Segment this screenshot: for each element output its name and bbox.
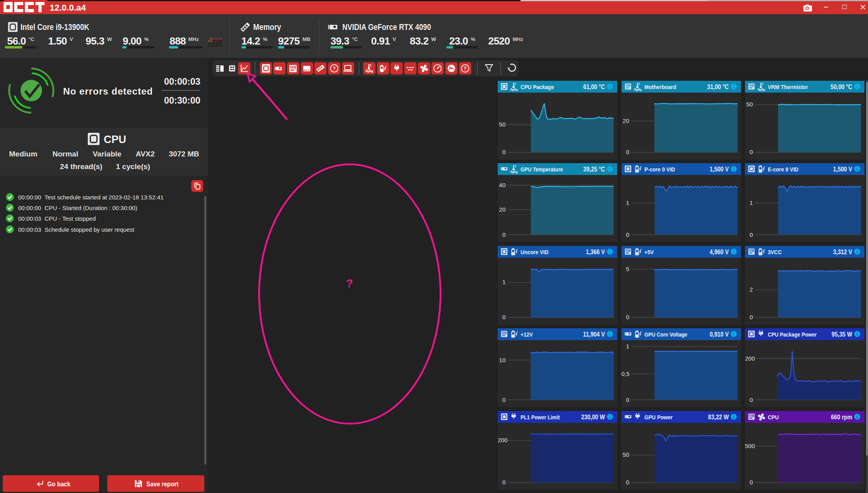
svg-text:?: ?	[333, 66, 336, 71]
svg-text:?: ?	[463, 66, 466, 71]
